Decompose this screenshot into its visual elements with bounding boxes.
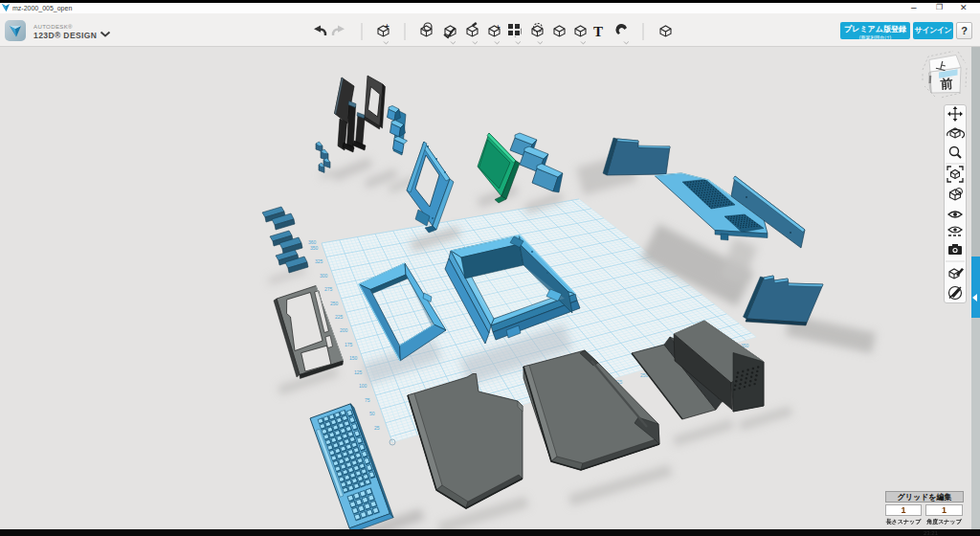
svg-text:前: 前 <box>940 77 953 92</box>
